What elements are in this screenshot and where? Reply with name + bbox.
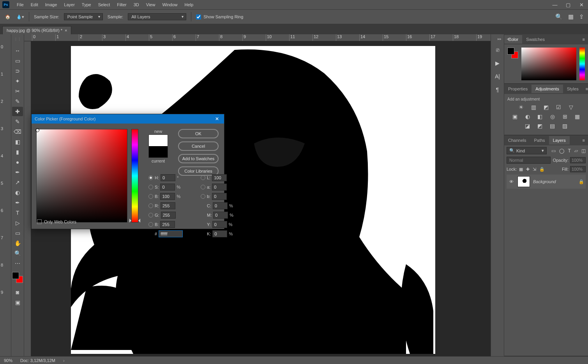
smart-filter-icon[interactable]: ◫ [581, 148, 586, 154]
brush-tool[interactable]: ⌫ [12, 127, 23, 136]
menu-type[interactable]: Type [78, 1, 95, 9]
search-icon[interactable]: 🔍 [555, 13, 563, 20]
maximize-icon[interactable]: ▢ [562, 0, 575, 9]
hand-tool[interactable]: ✋ [12, 239, 23, 248]
layer-row[interactable]: 👁 Background 🔒 [507, 175, 586, 189]
layer-kind-filter[interactable]: 🔍 Kind ▾ [507, 147, 547, 154]
tab-channels[interactable]: Channels [504, 136, 530, 145]
expand-icon[interactable]: ▸▸ [498, 37, 501, 41]
m-input[interactable] [213, 212, 228, 219]
gradient-tool[interactable]: ✒ [12, 168, 23, 177]
brightness-input[interactable] [160, 193, 175, 200]
tab-styles[interactable]: Styles [563, 85, 583, 93]
threshold-icon[interactable]: ▤ [549, 122, 556, 129]
g-radio[interactable] [148, 213, 153, 217]
shape-tool[interactable]: ▭ [12, 228, 23, 238]
tab-close-icon[interactable]: × [65, 28, 67, 33]
eyedropper-tool-icon[interactable]: 💧▾ [16, 14, 24, 19]
path-tool[interactable]: ▷ [12, 218, 23, 228]
new-color-swatch[interactable] [149, 135, 168, 146]
curves-icon[interactable]: ◩ [542, 104, 550, 111]
hue-strip[interactable] [579, 48, 585, 80]
current-color-swatch[interactable] [149, 146, 168, 157]
sample-size-select[interactable]: Point Sample [64, 13, 103, 20]
color-picker-field[interactable] [36, 129, 127, 223]
character-panel-icon[interactable]: A| [493, 72, 502, 81]
add-to-swatches-button[interactable]: Add to Swatches [178, 154, 219, 163]
brightness-icon[interactable]: ☀ [517, 104, 525, 111]
posterize-icon[interactable]: ◩ [536, 122, 544, 129]
pen-tool[interactable]: ✒ [12, 198, 23, 207]
vibrance-icon[interactable]: ▽ [567, 104, 575, 111]
panel-menu-icon[interactable]: ≡ [579, 35, 588, 43]
zoom-value[interactable]: 90% [4, 358, 12, 363]
more-tools[interactable]: ⋯ [12, 259, 23, 268]
brightness-radio[interactable] [148, 194, 153, 199]
type-tool[interactable]: T [12, 208, 23, 217]
r-input[interactable] [161, 202, 175, 209]
menu-3d[interactable]: 3D [130, 1, 143, 9]
lock-pixels-icon[interactable]: ▦ [519, 167, 523, 172]
gradient-map-icon[interactable]: ▨ [561, 122, 569, 129]
sample-select[interactable]: All Layers [128, 13, 186, 20]
layer-thumbnail[interactable] [517, 176, 530, 187]
menu-edit[interactable]: Edit [27, 1, 42, 9]
sampling-ring-check-icon[interactable] [196, 14, 201, 19]
clone-tool[interactable]: ◧ [12, 137, 23, 147]
checkbox-icon[interactable] [37, 219, 42, 224]
blur-tool[interactable]: ↗ [12, 178, 23, 187]
invert-icon[interactable]: ◪ [524, 122, 531, 129]
hue-handle-right-icon[interactable] [138, 219, 140, 223]
only-web-colors-checkbox[interactable]: Only Web Colors [37, 219, 76, 224]
show-sampling-ring-checkbox[interactable]: Show Sampling Ring [196, 14, 243, 19]
pixel-filter-icon[interactable]: ▭ [551, 148, 556, 154]
menu-filter[interactable]: Filter [113, 1, 130, 9]
lock-icon[interactable]: 🔒 [579, 179, 584, 184]
lock-all-icon[interactable]: 🔒 [539, 167, 545, 172]
paragraph-panel-icon[interactable]: ¶ [493, 85, 502, 94]
screen-mode-tool[interactable]: ▣ [12, 298, 23, 307]
menu-select[interactable]: Select [95, 1, 114, 9]
crop-tool[interactable]: ✂ [12, 87, 23, 96]
menu-view[interactable]: View [143, 1, 159, 9]
shape-filter-icon[interactable]: ▱ [574, 148, 578, 154]
photo-filter-icon[interactable]: ◎ [549, 113, 556, 120]
layer-name[interactable]: Background [533, 179, 576, 184]
fill-input[interactable] [570, 166, 586, 172]
channel-mixer-icon[interactable]: ⊞ [561, 113, 569, 120]
s-radio[interactable] [148, 185, 153, 189]
a-radio[interactable] [201, 185, 205, 189]
k-input[interactable] [212, 230, 227, 237]
dialog-close-icon[interactable]: ✕ [213, 116, 221, 122]
cancel-button[interactable]: Cancel [178, 141, 219, 151]
lab-b-input[interactable] [212, 193, 227, 200]
history-brush-tool[interactable]: ▮ [12, 147, 23, 157]
share-icon[interactable]: ⇪ [579, 13, 584, 20]
lock-position-icon[interactable]: ✚ [526, 167, 530, 172]
panel-menu-icon[interactable]: ≡ [583, 85, 588, 93]
levels-icon[interactable]: ▥ [530, 104, 538, 111]
s-input[interactable] [160, 184, 175, 191]
quick-mask-tool[interactable]: ◙ [12, 288, 23, 297]
foreground-color-swatch[interactable] [12, 272, 19, 279]
hue-icon[interactable]: ▣ [511, 113, 519, 120]
foreground-background-swatch[interactable] [12, 272, 23, 283]
minimize-icon[interactable]: — [548, 0, 562, 9]
h-input[interactable] [161, 174, 175, 181]
color-balance-icon[interactable]: ◐ [524, 113, 531, 120]
c-input[interactable] [213, 202, 228, 209]
lasso-tool[interactable]: ⊃ [12, 66, 23, 76]
actions-panel-icon[interactable]: ▶ [493, 58, 502, 68]
fg-swatch[interactable] [507, 48, 514, 55]
home-icon[interactable]: 🏠 [4, 13, 12, 21]
l-radio[interactable] [201, 175, 205, 180]
color-field[interactable] [521, 48, 576, 80]
hex-input[interactable] [159, 230, 183, 237]
hue-handle-left-icon[interactable] [129, 219, 131, 223]
panel-grip-icon[interactable]: ⋮⋮ [14, 37, 21, 41]
history-panel-icon[interactable]: ⎚ [493, 45, 502, 55]
move-tool[interactable]: ↔ [12, 46, 23, 55]
r-radio[interactable] [148, 203, 153, 208]
opacity-input[interactable] [570, 157, 586, 163]
color-cursor-icon[interactable] [35, 128, 39, 132]
